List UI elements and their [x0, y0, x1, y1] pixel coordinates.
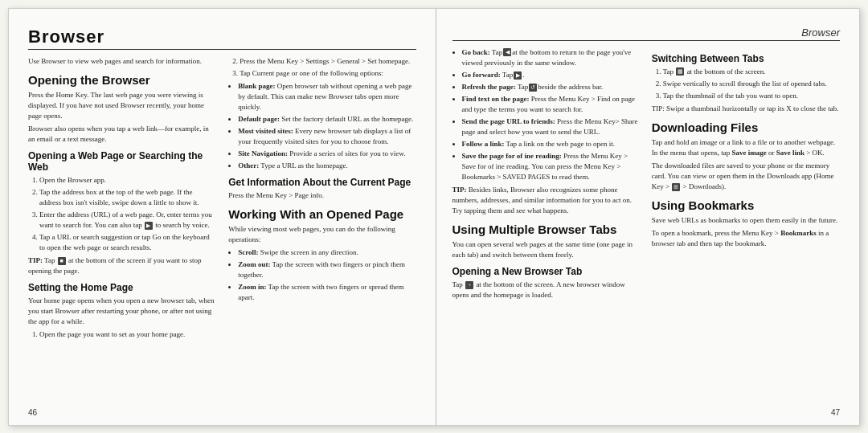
- refresh-item: Refresh the page: Tap↺beside the address…: [462, 82, 641, 92]
- tabs-icon: ▦: [676, 67, 684, 76]
- bookmarks-title: Using Bookmarks: [652, 198, 840, 212]
- using-multiple-tabs-title: Using Multiple Browser Tabs: [452, 223, 641, 236]
- downloading-title: Downloading Files: [652, 121, 840, 134]
- left-page: Browser Use Browser to view web pages an…: [9, 9, 436, 425]
- left-page-header: Browser: [28, 27, 416, 50]
- downloading-content2: The downloaded files are saved to your p…: [652, 161, 840, 192]
- opening-browser-content2: Browser also opens when you tap a web li…: [28, 124, 215, 145]
- right-page-number: 47: [831, 408, 840, 417]
- zoom-out-op: Zoom out: Tap the screen with two finger…: [238, 259, 416, 280]
- opening-new-tab-content: Tap + at the bottom of the screen. A new…: [452, 280, 641, 300]
- working-operations: Scroll: Swipe the screen in any directio…: [228, 247, 416, 303]
- tip-switching: TIP: Swipe a thumbnail horizontally or t…: [652, 104, 840, 114]
- home-step-2: Press the Menu Key > Settings > General …: [240, 56, 416, 67]
- working-content: While viewing most web pages, you can do…: [228, 224, 416, 245]
- setting-home-steps: Open the page you want to set as your ho…: [28, 329, 215, 340]
- step-1: Open the Browser app.: [39, 175, 215, 186]
- go-back-item: Go back: Tap◀at the bottom to return to …: [462, 47, 641, 68]
- stop-icon: ■: [58, 257, 66, 265]
- page-operations-list: Go back: Tap◀at the bottom to return to …: [452, 47, 641, 183]
- right-page-header: Browser: [452, 27, 841, 41]
- blank-page-option: Blank page: Open browser tab without ope…: [238, 81, 416, 112]
- tip-links: TIP: Besides links, Browser also recogni…: [452, 185, 641, 216]
- home-step-3: Tap Current page or one of the following…: [240, 68, 416, 79]
- opening-browser-title: Opening the Browser: [28, 73, 215, 87]
- follow-link-item: Follow a link: Tap a link on the web pag…: [462, 139, 641, 149]
- apps-icon: ⊞: [672, 183, 680, 191]
- intro-text: Use Browser to view web pages and search…: [28, 56, 215, 67]
- switching-steps: Tap ▦ at the bottom of the screen. Swipe…: [652, 67, 840, 101]
- tip-stop-opening: TIP: Tap ■ at the bottom of the screen i…: [28, 255, 215, 276]
- homepage-options: Blank page: Open browser tab without ope…: [228, 81, 416, 171]
- most-visited-option: Most visited sites: Every new browser ta…: [238, 126, 416, 147]
- opening-new-tab-title: Opening a New Browser Tab: [452, 266, 641, 277]
- right-col-1: Go back: Tap◀at the bottom to return to …: [452, 47, 641, 304]
- go-forward-item: Go forward: Tap▶.: [462, 70, 641, 80]
- setting-step-1: Open the page you want to set as your ho…: [39, 329, 215, 340]
- scroll-op: Scroll: Swipe the screen in any directio…: [238, 247, 416, 258]
- switching-tabs-title: Switching Between Tabs: [652, 53, 840, 64]
- left-page-number: 46: [28, 408, 37, 417]
- using-multiple-tabs-content: You can open several web pages at the sa…: [452, 239, 641, 260]
- book-spread: Browser Use Browser to view web pages an…: [8, 8, 860, 426]
- right-col-2: Switching Between Tabs Tap ▦ at the bott…: [652, 47, 840, 304]
- opening-browser-content1: Press the Home Key. The last web page yo…: [28, 90, 215, 121]
- new-tab-icon: +: [465, 281, 473, 289]
- mic-icon: ▶: [145, 222, 153, 230]
- bookmarks-content1: Save web URLs as bookmarks to open them …: [652, 215, 840, 226]
- downloading-content1: Tap and hold an image or a link to a fil…: [652, 137, 840, 158]
- opening-web-steps: Open the Browser app. Tap the address bo…: [28, 175, 215, 253]
- zoom-in-op: Zoom in: Tap the screen with two fingers…: [238, 282, 416, 303]
- find-text-item: Find text on the page: Press the Menu Ke…: [462, 94, 641, 115]
- right-page: Browser Go back: Tap◀at the bottom to re…: [436, 9, 860, 425]
- step-3: Enter the address (URL) of a web page. O…: [39, 210, 215, 231]
- back-icon: ◀: [503, 48, 511, 56]
- other-option: Other: Type a URL as the homepage.: [238, 161, 416, 171]
- get-info-content: Press the Menu Key > Page info.: [228, 190, 416, 201]
- opening-web-title: Opening a Web Page or Searching the Web: [28, 150, 215, 173]
- setting-home-content: Your home page opens when you open a new…: [28, 296, 215, 327]
- left-col-2: Press the Menu Key > Settings > General …: [228, 56, 416, 343]
- bookmarks-content2: To open a bookmark, press the Menu Key >…: [652, 228, 840, 249]
- get-info-title: Get Information About the Current Page: [228, 177, 416, 188]
- default-page-option: Default page: Set the factory default UR…: [238, 114, 416, 125]
- left-page-title: Browser: [28, 27, 416, 47]
- send-url-item: Send the page URL to friends: Press the …: [462, 116, 641, 137]
- setting-home-title: Setting the Home Page: [28, 282, 215, 293]
- refresh-icon: ↺: [529, 84, 537, 92]
- home-steps-continued: Press the Menu Key > Settings > General …: [228, 56, 416, 79]
- switch-step-1: Tap ▦ at the bottom of the screen.: [663, 67, 840, 77]
- save-page-item: Save the page for of ine reading: Press …: [462, 151, 641, 182]
- left-col-1: Use Browser to view web pages and search…: [28, 56, 215, 343]
- forward-icon: ▶: [514, 71, 522, 80]
- switch-step-2: Swipe vertically to scroll through the l…: [663, 79, 840, 89]
- switch-step-3: Tap the thumbnail of the tab you want to…: [663, 91, 840, 101]
- step-4: Tap a URL or search suggestion or tap Go…: [39, 232, 215, 253]
- site-navigation-option: Site Navigation: Provide a series of sit…: [238, 149, 416, 159]
- right-page-title: Browser: [801, 27, 840, 39]
- step-2: Tap the address box at the top of the we…: [39, 187, 215, 208]
- working-title: Working With an Opened Page: [228, 207, 416, 221]
